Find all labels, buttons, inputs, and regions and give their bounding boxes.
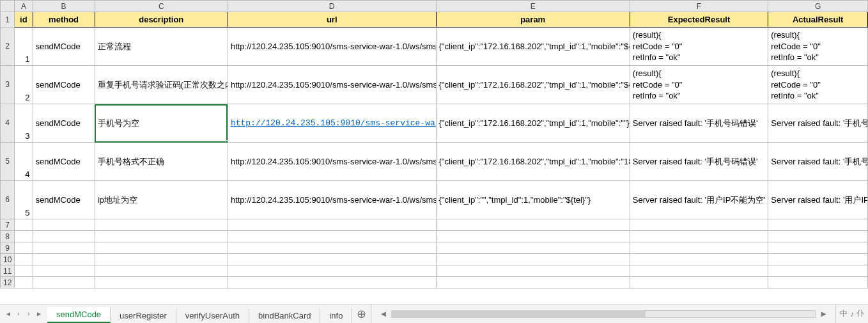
cell-B3[interactable]: sendMCode bbox=[33, 66, 95, 104]
tab-verifyuserauth[interactable]: verifyUserAuth bbox=[176, 308, 249, 323]
row-8[interactable]: 8 bbox=[1, 231, 868, 242]
row-header-6[interactable]: 6 bbox=[1, 181, 15, 219]
cell-B4[interactable]: sendMCode bbox=[33, 104, 95, 143]
tab-bindbankcard[interactable]: bindBankCard bbox=[249, 308, 320, 323]
cell-D9[interactable] bbox=[228, 242, 436, 254]
cell-C5[interactable]: 手机号格式不正确 bbox=[95, 143, 228, 181]
row-12[interactable]: 12 bbox=[1, 277, 868, 288]
cell-F5[interactable]: Server raised fault: '手机号码错误' bbox=[630, 143, 768, 181]
row-header-7[interactable]: 7 bbox=[1, 219, 15, 231]
cell-E11[interactable] bbox=[436, 265, 630, 277]
cell-F4[interactable]: Server raised fault: '手机号码错误' bbox=[630, 104, 768, 143]
cell-E2[interactable]: {"client_ip":"172.16.168.202","tmpl_id":… bbox=[436, 28, 630, 66]
tab-nav-prev-icon[interactable]: ‹ bbox=[14, 310, 23, 319]
tab-nav-first-icon[interactable]: ◄ bbox=[4, 310, 13, 319]
cell-E10[interactable] bbox=[436, 254, 630, 265]
row-header-9[interactable]: 9 bbox=[1, 242, 15, 254]
cell-A9[interactable] bbox=[15, 242, 33, 254]
cell-D4[interactable]: http://120.24.235.105:9010/sms-service-w… bbox=[228, 104, 436, 143]
hscroll-thumb[interactable] bbox=[392, 311, 646, 317]
fill-handle[interactable] bbox=[226, 140, 228, 143]
col-header-D[interactable]: D bbox=[228, 1, 436, 12]
ime-status[interactable]: 中 bbox=[840, 308, 848, 319]
cell-G11[interactable] bbox=[768, 265, 868, 277]
cell-A7[interactable] bbox=[15, 219, 33, 231]
cell-F10[interactable] bbox=[630, 254, 768, 265]
cell-D11[interactable] bbox=[228, 265, 436, 277]
cell-A12[interactable] bbox=[15, 277, 33, 288]
cell-G2[interactable]: (result){ retCode = "0" retInfo = "ok" bbox=[768, 28, 868, 66]
cell-A5[interactable]: 4 bbox=[15, 143, 33, 181]
header-cell-expected[interactable]: ExpectedResult bbox=[630, 12, 768, 28]
cell-D6[interactable]: http://120.24.235.105:9010/sms-service-w… bbox=[228, 181, 436, 219]
cell-D8[interactable] bbox=[228, 231, 436, 242]
cell-D3[interactable]: http://120.24.235.105:9010/sms-service-w… bbox=[228, 66, 436, 104]
cell-F7[interactable] bbox=[630, 219, 768, 231]
row-header-12[interactable]: 12 bbox=[1, 277, 15, 288]
cell-B8[interactable] bbox=[33, 231, 95, 242]
scroll-right-icon[interactable]: ► bbox=[819, 309, 828, 319]
cell-F8[interactable] bbox=[630, 231, 768, 242]
cell-E8[interactable] bbox=[436, 231, 630, 242]
row-header-2[interactable]: 2 bbox=[1, 28, 15, 66]
hscroll-track[interactable] bbox=[391, 310, 816, 318]
col-header-C[interactable]: C bbox=[95, 1, 228, 12]
cell-E3[interactable]: {"client_ip":"172.16.168.202","tmpl_id":… bbox=[436, 66, 630, 104]
cell-C12[interactable] bbox=[95, 277, 228, 288]
header-cell-url[interactable]: url bbox=[228, 12, 436, 28]
row-5[interactable]: 5 4 sendMCode 手机号格式不正确 http://120.24.235… bbox=[1, 143, 868, 181]
cell-A3[interactable]: 2 bbox=[15, 66, 33, 104]
tab-info[interactable]: info bbox=[320, 308, 352, 323]
cell-B12[interactable] bbox=[33, 277, 95, 288]
cell-C7[interactable] bbox=[95, 219, 228, 231]
cell-C10[interactable] bbox=[95, 254, 228, 265]
cell-C6[interactable]: ip地址为空 bbox=[95, 181, 228, 219]
cell-B9[interactable] bbox=[33, 242, 95, 254]
cell-E12[interactable] bbox=[436, 277, 630, 288]
cell-B5[interactable]: sendMCode bbox=[33, 143, 95, 181]
cell-G9[interactable] bbox=[768, 242, 868, 254]
col-header-A[interactable]: A bbox=[15, 1, 33, 12]
spreadsheet-grid[interactable]: A B C D E F G 1 id method description ur… bbox=[0, 0, 868, 288]
cell-B2[interactable]: sendMCode bbox=[33, 28, 95, 66]
cell-G5[interactable]: Server raised fault: '手机号码错误' bbox=[768, 143, 868, 181]
cell-B6[interactable]: sendMCode bbox=[33, 181, 95, 219]
cell-F12[interactable] bbox=[630, 277, 768, 288]
cell-E4[interactable]: {"client_ip":"172.16.168.202","tmpl_id":… bbox=[436, 104, 630, 143]
column-header-row[interactable]: A B C D E F G bbox=[1, 1, 868, 12]
row-10[interactable]: 10 bbox=[1, 254, 868, 265]
row-header-3[interactable]: 3 bbox=[1, 66, 15, 104]
row-header-11[interactable]: 11 bbox=[1, 265, 15, 277]
tab-nav-next-icon[interactable]: › bbox=[24, 310, 33, 319]
cell-C4[interactable]: 手机号为空 bbox=[95, 104, 228, 143]
cell-C2[interactable]: 正常流程 bbox=[95, 28, 228, 66]
cell-C3[interactable]: 重复手机号请求验证码(正常次数之内) bbox=[95, 66, 228, 104]
cell-C8[interactable] bbox=[95, 231, 228, 242]
col-header-B[interactable]: B bbox=[33, 1, 95, 12]
tab-userregister[interactable]: userRegister bbox=[111, 308, 176, 323]
cell-A6[interactable]: 5 bbox=[15, 181, 33, 219]
header-cell-method[interactable]: method bbox=[33, 12, 95, 28]
row-4[interactable]: 4 3 sendMCode 手机号为空 http://120.24.235.10… bbox=[1, 104, 868, 143]
cell-E7[interactable] bbox=[436, 219, 630, 231]
cell-F9[interactable] bbox=[630, 242, 768, 254]
cell-G8[interactable] bbox=[768, 231, 868, 242]
cell-G6[interactable]: Server raised fault: '用户IP不能为空' bbox=[768, 181, 868, 219]
tab-nav-last-icon[interactable]: ► bbox=[35, 310, 43, 319]
row-header-8[interactable]: 8 bbox=[1, 231, 15, 242]
cell-G7[interactable] bbox=[768, 219, 868, 231]
cell-F2[interactable]: (result){ retCode = "0" retInfo = "ok" bbox=[630, 28, 768, 66]
cell-B10[interactable] bbox=[33, 254, 95, 265]
horizontal-scrollbar[interactable]: ◄ ► bbox=[371, 304, 835, 323]
col-header-F[interactable]: F bbox=[630, 1, 768, 12]
cell-G12[interactable] bbox=[768, 277, 868, 288]
row-3[interactable]: 3 2 sendMCode 重复手机号请求验证码(正常次数之内) http://… bbox=[1, 66, 868, 104]
row-header-1[interactable]: 1 bbox=[1, 12, 15, 28]
cell-B11[interactable] bbox=[33, 265, 95, 277]
row-header-4[interactable]: 4 bbox=[1, 104, 15, 143]
cell-A4[interactable]: 3 bbox=[15, 104, 33, 143]
cell-F6[interactable]: Server raised fault: '用户IP不能为空' bbox=[630, 181, 768, 219]
cell-E6[interactable]: {"client_ip":"","tmpl_id":1,"mobile":"${… bbox=[436, 181, 630, 219]
cell-C11[interactable] bbox=[95, 265, 228, 277]
header-cell-actual[interactable]: ActualResult bbox=[768, 12, 868, 28]
